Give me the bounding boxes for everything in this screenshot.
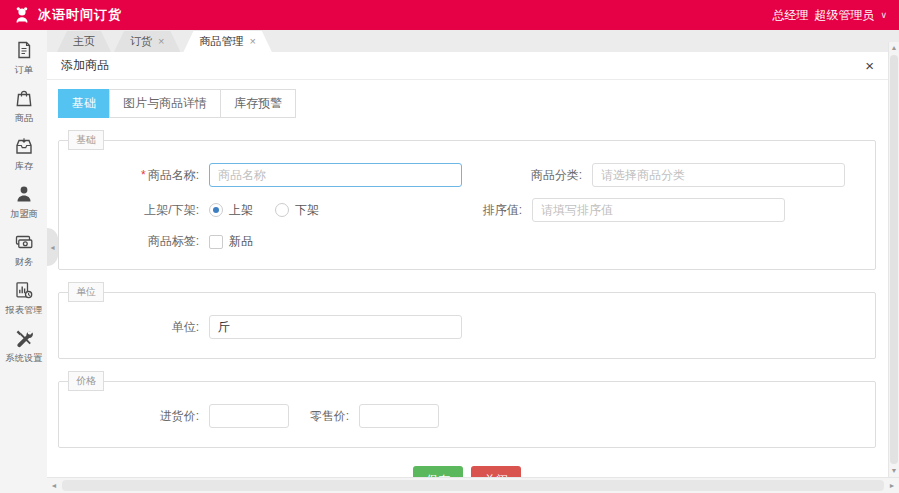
retail-price-input[interactable] [359, 404, 439, 428]
tab-stock-warning[interactable]: 库存预警 [220, 89, 296, 118]
tab-label: 主页 [73, 34, 95, 49]
vertical-scrollbar[interactable]: ▲ ▼ [888, 42, 899, 477]
close-icon[interactable]: × [865, 58, 874, 73]
horizontal-scroll-thumb[interactable] [62, 480, 884, 491]
required-asterisk: * [141, 168, 146, 182]
product-name-input[interactable] [209, 163, 462, 187]
user-role: 总经理 [772, 7, 808, 24]
finance-icon [14, 232, 34, 252]
sidebar-item-label: 报表管理 [5, 304, 42, 317]
field-product-tag: 商品标签: 新品 [59, 233, 275, 250]
sidebar-item-label: 系统设置 [5, 352, 42, 365]
user-name: 超级管理员 [814, 7, 874, 24]
purchase-price-label: 进货价: [59, 408, 209, 425]
field-product-category: 商品分类: [497, 163, 845, 187]
tab-label: 订货 [130, 34, 152, 49]
form-row: 进货价: 零售价: [59, 404, 875, 428]
sidebar-item-orders[interactable]: 订单 [0, 34, 47, 82]
field-product-name: *商品名称: [59, 163, 462, 187]
scroll-left-icon[interactable]: ◄ [47, 478, 61, 493]
tab-label: 商品管理 [199, 34, 243, 49]
product-name-label: *商品名称: [59, 167, 209, 184]
close-button[interactable]: 关闭 [471, 466, 521, 477]
section-basic-legend: 基础 [68, 130, 104, 150]
unit-label: 单位: [59, 319, 209, 336]
sort-value-input[interactable] [532, 198, 785, 222]
franchisee-icon [14, 184, 34, 204]
sidebar-item-label: 财务 [14, 256, 32, 269]
panel-header: 添加商品 × [47, 52, 888, 80]
save-button[interactable]: 保存 [413, 466, 463, 477]
field-sort-value: 排序值: [437, 198, 785, 222]
field-shelf-status: 上架/下架: 上架 下架 [59, 202, 341, 219]
horizontal-scrollbar[interactable]: ◄ ► [47, 477, 899, 493]
add-product-panel: 添加商品 × 基础 图片与商品详情 库存预警 [47, 52, 888, 477]
unit-input[interactable] [209, 315, 462, 339]
retail-price-label: 零售价: [294, 408, 359, 425]
checkbox-label: 新品 [229, 233, 253, 250]
radio-checked-icon [209, 203, 223, 217]
content-area: 主页 订货 × 商品管理 × 添加商品 × 基础 [47, 30, 899, 493]
settings-icon [14, 328, 34, 348]
chevron-left-icon: ◂ [50, 243, 54, 252]
section-unit-legend: 单位 [68, 282, 104, 302]
subtab-label: 图片与商品详情 [123, 96, 207, 110]
tab-ordering[interactable]: 订货 × [114, 31, 180, 52]
purchase-price-input[interactable] [209, 404, 289, 428]
tab-product-management[interactable]: 商品管理 × [183, 31, 271, 52]
report-icon [14, 280, 34, 300]
field-retail-price: 零售价: [294, 404, 439, 428]
radio-label: 上架 [229, 202, 253, 219]
sidebar-item-products[interactable]: 商品 [0, 82, 47, 130]
radio-unchecked-icon [275, 203, 289, 217]
sidebar-item-settings[interactable]: 系统设置 [0, 322, 47, 370]
sidebar-item-label: 商品 [14, 112, 32, 125]
sidebar-item-label: 订单 [14, 64, 32, 77]
brand-logo-icon [12, 5, 32, 25]
brand: 冰语时间订货 [12, 5, 122, 25]
checkbox-icon [209, 235, 223, 249]
subtab-label: 基础 [72, 96, 96, 110]
tab-close-icon[interactable]: × [158, 36, 164, 47]
scroll-down-icon[interactable]: ▼ [889, 465, 899, 477]
tab-basic[interactable]: 基础 [58, 89, 110, 118]
section-price: 价格 进货价: 零售价: [58, 371, 876, 448]
form-row: 商品标签: 新品 [59, 233, 875, 250]
product-category-label: 商品分类: [497, 167, 592, 184]
shelf-status-label: 上架/下架: [59, 202, 209, 219]
sidebar-item-inventory[interactable]: 库存 [0, 130, 47, 178]
sidebar-item-finance[interactable]: 财务 [0, 226, 47, 274]
panel-body: 基础 图片与商品详情 库存预警 基础 *商品名称: [47, 80, 888, 477]
tabbar: 主页 订货 × 商品管理 × [47, 30, 899, 52]
field-unit: 单位: [59, 315, 462, 339]
scroll-right-icon[interactable]: ► [885, 478, 899, 493]
topbar: 冰语时间订货 总经理 超级管理员 ∨ [0, 0, 899, 30]
form-actions: 保存 关闭 [58, 466, 876, 477]
form-row: 单位: [59, 315, 875, 339]
radio-shelf-off[interactable]: 下架 [275, 202, 319, 219]
tab-home[interactable]: 主页 [57, 31, 111, 52]
radio-shelf-on[interactable]: 上架 [209, 202, 253, 219]
subtabs: 基础 图片与商品详情 库存预警 [58, 89, 876, 118]
tab-images-details[interactable]: 图片与商品详情 [109, 89, 221, 118]
sidebar: 订单 商品 库存 [0, 30, 47, 493]
subtab-label: 库存预警 [234, 96, 282, 110]
sidebar-item-reports[interactable]: 报表管理 [0, 274, 47, 322]
radio-label: 下架 [295, 202, 319, 219]
product-category-input[interactable] [592, 163, 845, 187]
tab-close-icon[interactable]: × [249, 36, 255, 47]
page-title: 添加商品 [61, 57, 109, 74]
section-price-legend: 价格 [68, 371, 104, 391]
sidebar-item-franchisees[interactable]: 加盟商 [0, 178, 47, 226]
order-icon [14, 40, 34, 60]
checkbox-new-product[interactable]: 新品 [209, 233, 253, 250]
sort-value-label: 排序值: [437, 202, 532, 219]
product-tag-label: 商品标签: [59, 233, 209, 250]
app-body: 订单 商品 库存 [0, 30, 899, 493]
inventory-icon [14, 136, 34, 156]
vertical-scroll-thumb[interactable] [890, 55, 898, 464]
field-purchase-price: 进货价: [59, 404, 289, 428]
user-menu[interactable]: 总经理 超级管理员 ∨ [772, 7, 887, 24]
scroll-up-icon[interactable]: ▲ [889, 42, 899, 54]
sidebar-collapse-handle[interactable]: ◂ [47, 228, 58, 266]
